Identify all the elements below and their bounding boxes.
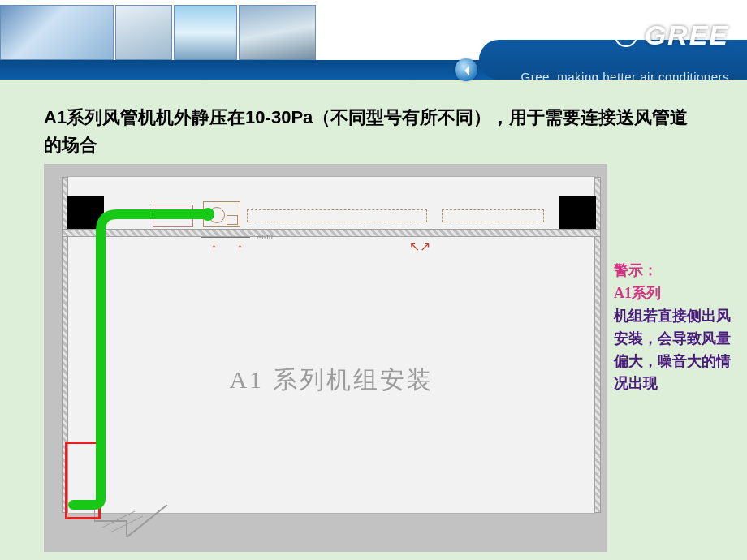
warning-series: A1系列 <box>614 285 661 301</box>
content-area: A1系列风管机机外静压在10-30Pa（不同型号有所不同），用于需要连接送风管道… <box>0 89 747 560</box>
brand-logo: GREE <box>614 19 729 51</box>
floor-stair-icon <box>94 505 167 537</box>
header-photo-3 <box>174 5 237 60</box>
side-outlet-highlight <box>65 442 101 519</box>
arrow-left-icon <box>455 58 477 81</box>
slide: GREE Gree, making better air conditioner… <box>0 0 747 560</box>
brand-tagline: Gree, making better air conditioners <box>521 70 729 84</box>
drain-slope-line <box>201 237 250 238</box>
arrow-up-icon-1: ↑ <box>211 242 217 255</box>
warning-text: 警示： A1系列 机组若直接侧出风安装，会导致风量偏大，噪音大的情况出现 <box>614 260 736 395</box>
beam-block-left <box>67 196 104 229</box>
gree-swirl-icon <box>614 24 638 48</box>
ceiling-beam <box>62 229 601 237</box>
beam-block-right <box>559 196 596 229</box>
green-duct-path <box>68 177 594 518</box>
svg-line-1 <box>102 511 135 528</box>
header-photo-4 <box>239 5 316 60</box>
header-photo-2 <box>115 5 172 60</box>
supply-duct-dash-1 <box>247 209 427 222</box>
drain-slope-label: i=0.01 <box>257 234 274 241</box>
installation-diagram: 回风箱 i=0.01 ↑ ↑ ↖ ↗ A1 系列机组安装 <box>44 164 607 552</box>
warning-body: 机组若直接侧出风安装，会导致风量偏大，噪音大的情况出现 <box>614 308 731 392</box>
diffuser-arrows-icon: ↖ ↗ <box>409 239 429 254</box>
page-heading: A1系列风管机机外静压在10-30Pa（不同型号有所不同），用于需要连接送风管道… <box>44 104 693 159</box>
arrow-up-icon-2: ↑ <box>237 242 243 255</box>
header-photo-1 <box>0 5 114 60</box>
room-outline: 回风箱 i=0.01 ↑ ↑ ↖ ↗ A1 系列机组安装 <box>68 177 594 513</box>
return-air-label: 回风箱 <box>156 209 180 221</box>
header: GREE Gree, making better air conditioner… <box>0 0 747 89</box>
warning-title: 警示： <box>614 262 658 278</box>
fan-coil-unit <box>203 201 240 227</box>
brand-name: GREE <box>645 19 729 51</box>
supply-duct-dash-2 <box>442 209 544 222</box>
diagram-center-title: A1 系列机组安装 <box>68 364 594 397</box>
